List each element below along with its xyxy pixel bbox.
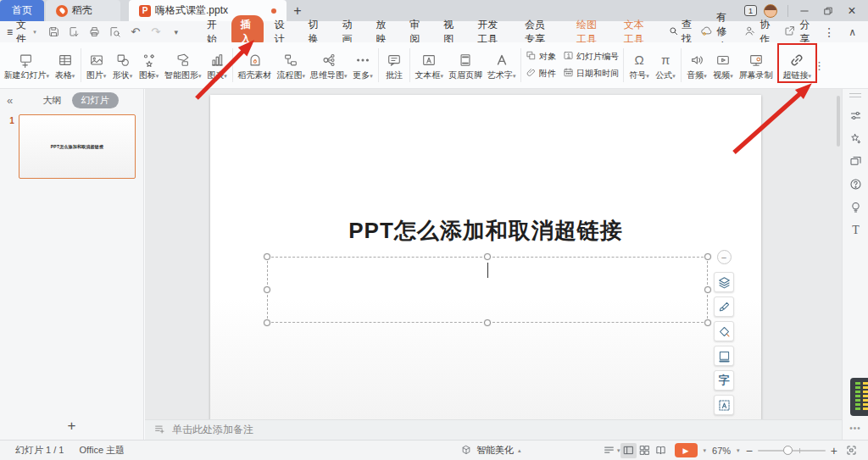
ribbon-button-label: 对象 <box>539 51 556 63</box>
shape-style-button[interactable] <box>714 321 734 341</box>
resize-handle[interactable] <box>704 253 711 260</box>
collapse-ribbon-button[interactable]: ∧ <box>843 25 861 40</box>
share-icon <box>783 25 796 40</box>
switch-window-button[interactable] <box>843 150 868 173</box>
object-properties-button[interactable] <box>843 104 868 127</box>
textbox-style-button[interactable] <box>714 395 734 415</box>
ribbon-mindmap-button[interactable]: 思维导图▾ <box>309 50 350 81</box>
ribbon-header-footer-button[interactable]: 页眉页脚 <box>447 50 485 81</box>
save-button[interactable] <box>45 24 64 41</box>
slide-thumbnail[interactable]: PPT怎么添加和取消超链接 <box>19 114 136 179</box>
resize-handle[interactable] <box>264 253 270 260</box>
tab-outline[interactable]: 大纲 <box>43 94 62 107</box>
read-view-button[interactable] <box>653 443 669 458</box>
tips-button[interactable] <box>843 196 868 219</box>
object-quick-toolbar: −字 <box>714 250 734 419</box>
text-cursor <box>487 263 488 278</box>
ribbon-hyperlink-button[interactable]: 超链接▾ <box>781 50 814 81</box>
collapse-panel-button[interactable]: « <box>7 94 13 107</box>
ribbon-docer-assets-button[interactable]: 稻壳素材 <box>236 50 274 81</box>
search-icon <box>668 25 679 39</box>
collapse-quick-toolbar-button[interactable]: − <box>717 250 732 264</box>
qat-more-icon: ▾ <box>174 28 178 36</box>
redo-button[interactable]: ↷ <box>147 24 165 41</box>
text-tool-button[interactable]: T <box>843 219 868 241</box>
symbol-icon: Ω <box>634 52 643 69</box>
play-options-caret[interactable]: ▾ <box>704 447 707 454</box>
ribbon-symbol-button[interactable]: Ω符号▾ <box>626 50 652 81</box>
ribbon-audio-button[interactable]: 音频▾ <box>684 50 709 81</box>
ribbon-more-button[interactable]: 更多▾ <box>350 50 376 81</box>
print-button[interactable] <box>86 24 104 41</box>
fit-screen-button[interactable] <box>843 443 860 458</box>
zoom-slider[interactable] <box>758 450 826 452</box>
tab-docer[interactable]: 稻壳 <box>46 0 120 21</box>
ribbon-shapes-button[interactable]: 形状▾ <box>110 50 136 81</box>
floating-widget[interactable] <box>850 378 868 416</box>
border-style-button[interactable] <box>714 346 734 366</box>
ribbon-icon-lib-button[interactable]: 图标▾ <box>136 50 162 81</box>
smart-effects-icon <box>849 131 863 146</box>
divider <box>81 48 81 82</box>
wps-presentation-window: 首页 稻壳 P 嗨格式课堂.pptx + 1 × ≡ 文件 ▾ ↶↷▾ 开始插入… <box>0 0 868 460</box>
ribbon-screen-record-button[interactable]: 屏幕录制 <box>737 50 775 81</box>
tab-slides[interactable]: 幻灯片 <box>72 92 119 108</box>
zoom-out-button[interactable]: − <box>746 444 753 457</box>
resize-handle[interactable] <box>704 286 711 293</box>
layer-button[interactable] <box>714 272 734 292</box>
smart-effects-button[interactable] <box>843 127 868 150</box>
caret-down-icon: ▾ <box>441 73 444 79</box>
ribbon-textbox-button[interactable]: 文本框▾ <box>413 50 446 81</box>
normal-view-button[interactable] <box>620 443 637 458</box>
ribbon-flowchart-button[interactable]: 流程图▾ <box>275 50 308 81</box>
ribbon-new-slide-button[interactable]: 新建幻灯片▾ <box>2 50 52 81</box>
resize-handle[interactable] <box>264 319 270 326</box>
zoom-caret[interactable]: ▾ <box>737 447 740 454</box>
slide-surface[interactable]: PPT怎么添加和取消超链接 <box>210 95 761 419</box>
qat-more-button[interactable]: ▾ <box>167 24 186 41</box>
panel-drag-handle[interactable] <box>849 93 861 97</box>
resize-handle[interactable] <box>484 319 491 326</box>
theme-name[interactable]: Office 主题 <box>79 444 125 457</box>
ribbon-datetime-button[interactable]: 日期和时间 <box>563 67 619 80</box>
ribbon-video-button[interactable]: 视频▾ <box>710 50 736 81</box>
zoom-percent[interactable]: 67% <box>712 446 731 456</box>
editing-canvas[interactable]: PPT怎么添加和取消超链接 −字 <box>145 89 842 419</box>
resize-handle[interactable] <box>264 286 270 293</box>
help-button[interactable] <box>843 173 868 196</box>
text-effect-button[interactable]: 字 <box>714 370 734 391</box>
ribbon-image-button[interactable]: 图片▾ <box>84 50 109 81</box>
preview-button[interactable] <box>106 24 125 41</box>
ribbon-slide-number-button[interactable]: 幻灯片编号 <box>563 50 619 64</box>
slideshow-play-button[interactable]: ▶ <box>675 443 698 457</box>
output-button[interactable] <box>65 24 84 41</box>
ribbon-button-label: 音频▾ <box>687 71 707 80</box>
ribbon-formula-button[interactable]: π公式▾ <box>653 50 678 81</box>
panel-more-button[interactable]: ••• <box>843 424 868 433</box>
slide-title-text[interactable]: PPT怎么添加和取消超链接 <box>210 216 761 246</box>
resize-handle[interactable] <box>704 319 711 326</box>
ribbon-wordart-button[interactable]: 艺术字▾ <box>486 50 519 81</box>
zoom-in-button[interactable]: + <box>831 444 837 457</box>
ribbon-smartart-button[interactable]: 智能图形▾ <box>163 50 204 81</box>
smart-beautify-button[interactable]: 智能美化 ▴ <box>460 444 521 457</box>
ribbon-attachment-button[interactable]: 附件 <box>526 67 556 80</box>
grid-view-button[interactable] <box>637 443 653 458</box>
ribbon-object-button[interactable]: 对象 <box>526 50 556 64</box>
ribbon-table-button[interactable]: 表格▾ <box>53 50 78 81</box>
caret-down-icon: ▾ <box>198 73 202 79</box>
menu-row: ≡ 文件 ▾ ↶↷▾ 开始插入设计切换动画放映审阅视图开发工具会员专享 绘图工具… <box>0 21 868 42</box>
selected-text-placeholder[interactable] <box>267 257 708 323</box>
ribbon-comment-button[interactable]: 批注 <box>381 50 407 81</box>
ribbon-chart-button[interactable]: 图表▾ <box>204 50 230 81</box>
resize-handle[interactable] <box>484 253 491 260</box>
brush-button[interactable] <box>714 297 734 317</box>
add-slide-button[interactable]: + <box>0 418 143 435</box>
undo-button[interactable]: ↶ <box>126 24 145 41</box>
notes-bar[interactable]: 单击此处添加备注 <box>145 419 842 440</box>
notes-toggle-button[interactable] <box>601 443 617 458</box>
canvas-scrollbar[interactable] <box>837 96 840 147</box>
zoom-slider-handle[interactable] <box>783 446 793 455</box>
ribbon-more-button[interactable]: ⋮ <box>814 59 826 72</box>
more-menu-button[interactable]: ⋮ <box>818 24 840 41</box>
